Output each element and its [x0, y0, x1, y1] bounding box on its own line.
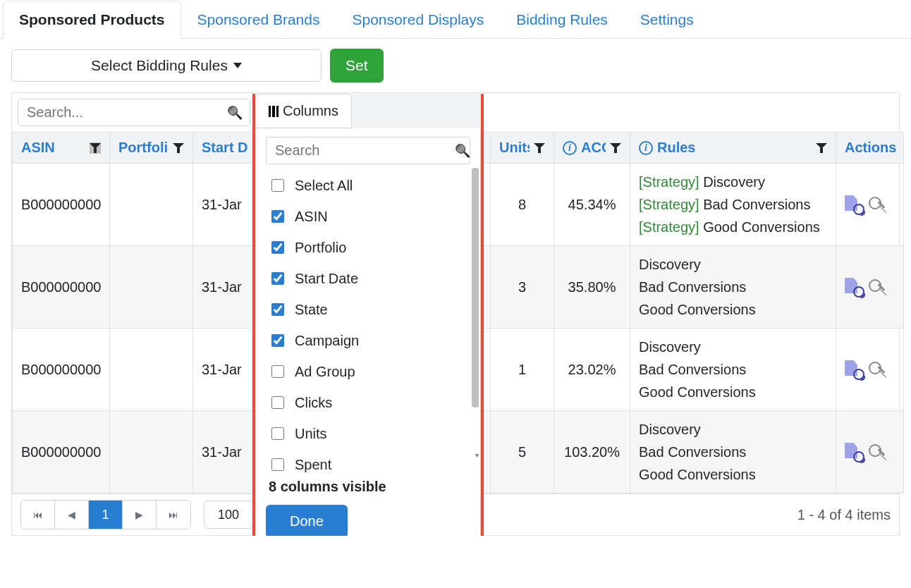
col-asin-header[interactable]: ASIN: [13, 133, 110, 164]
columns-search-wrap[interactable]: [266, 137, 470, 164]
column-option-units[interactable]: Units: [266, 418, 467, 449]
cell-actions: [836, 329, 904, 411]
cell-acos: 45.34%: [554, 164, 630, 246]
filter-icon[interactable]: [173, 142, 184, 154]
set-button[interactable]: Set: [330, 49, 384, 82]
column-option-select-all[interactable]: Select All: [266, 170, 467, 201]
column-checkbox[interactable]: [271, 179, 284, 192]
column-option-label: Ad Group: [295, 364, 355, 380]
keywords-icon[interactable]: [867, 278, 886, 296]
col-start-date-header[interactable]: Start D: [193, 133, 265, 164]
cell-units: 3: [491, 246, 554, 329]
strategy-tag: [Strategy]: [639, 219, 703, 235]
tab-bidding-rules[interactable]: Bidding Rules: [500, 1, 624, 39]
grid-search-input-wrap[interactable]: [18, 99, 250, 126]
column-option-portfolio[interactable]: Portfolio: [266, 232, 467, 263]
tab-settings[interactable]: Settings: [624, 1, 710, 39]
cell-start-date: 31-Jar: [193, 329, 265, 411]
cell-start-date: 31-Jar: [193, 246, 265, 329]
column-option-label: Clicks: [295, 395, 332, 411]
cell-acos: 103.20%: [554, 411, 630, 494]
filter-icon[interactable]: [90, 142, 101, 154]
cell-start-date: 31-Jar: [193, 411, 265, 494]
column-option-clicks[interactable]: Clicks: [266, 387, 467, 418]
column-checkbox[interactable]: [271, 241, 284, 254]
column-checkbox[interactable]: [271, 303, 284, 316]
strategy-tag: [Strategy]: [639, 197, 703, 212]
page-size-select[interactable]: 100: [204, 501, 253, 529]
columns-search-input[interactable]: [274, 142, 455, 159]
cell-asin: B000000000: [13, 411, 110, 494]
column-option-spent[interactable]: Spent: [266, 449, 467, 473]
columns-visible-count: 8 columns visible: [269, 479, 470, 495]
pager-buttons: ⏮ ◀ 1 ▶ ⏭: [20, 500, 191, 529]
column-checkbox[interactable]: [271, 365, 284, 378]
pager-next-button[interactable]: ▶: [123, 501, 157, 529]
column-option-label: Start Date: [295, 271, 358, 287]
column-option-campaign[interactable]: Campaign: [266, 325, 467, 356]
filter-icon[interactable]: [534, 142, 545, 154]
filter-icon[interactable]: [610, 142, 621, 154]
column-checkbox[interactable]: [271, 334, 284, 347]
cell-portfolio: [110, 164, 193, 246]
view-details-icon[interactable]: [845, 195, 863, 214]
tab-sponsored-products[interactable]: Sponsored Products: [3, 1, 181, 39]
column-option-label: Spent: [295, 457, 331, 473]
column-option-label: State: [295, 302, 328, 318]
column-option-start-date[interactable]: Start Date: [266, 263, 467, 294]
cell-rules: DiscoveryBad ConversionsGood Conversions: [630, 246, 836, 329]
column-checkbox[interactable]: [271, 396, 284, 409]
column-checkbox[interactable]: [271, 210, 284, 223]
cell-actions: [836, 246, 904, 329]
column-option-label: Units: [295, 426, 327, 442]
column-checkbox[interactable]: [271, 458, 284, 471]
column-checkbox[interactable]: [271, 272, 284, 285]
cell-units: 5: [491, 411, 554, 494]
scrollbar-thumb[interactable]: [472, 168, 479, 408]
pager-summary: 1 - 4 of 4 items: [797, 507, 891, 523]
pager-prev-button[interactable]: ◀: [55, 501, 89, 529]
col-actions-header: Actions: [836, 133, 904, 164]
tab-sponsored-displays[interactable]: Sponsored Displays: [336, 1, 500, 39]
toolbar: Select Bidding Rules Set: [0, 39, 911, 92]
view-details-icon[interactable]: [845, 278, 863, 296]
search-icon: [227, 105, 243, 121]
cell-portfolio: [110, 411, 193, 494]
tab-sponsored-brands[interactable]: Sponsored Brands: [181, 1, 336, 39]
view-details-icon[interactable]: [845, 360, 863, 379]
column-option-ad-group[interactable]: Ad Group: [266, 356, 467, 387]
column-checkbox[interactable]: [271, 427, 284, 440]
select-bidding-rules-dropdown[interactable]: Select Bidding Rules: [11, 49, 322, 82]
caret-down-icon: [233, 63, 242, 68]
cell-asin: B000000000: [13, 164, 110, 246]
view-details-icon[interactable]: [845, 443, 863, 461]
cell-rules: DiscoveryBad ConversionsGood Conversions: [630, 329, 836, 411]
cell-portfolio: [110, 329, 193, 411]
column-option-label: Campaign: [295, 333, 359, 349]
keywords-icon[interactable]: [867, 443, 886, 461]
cell-actions: [836, 164, 904, 246]
cell-acos: 23.02%: [554, 329, 630, 411]
columns-popover-tab[interactable]: Columns: [255, 94, 352, 128]
col-units-header[interactable]: Units: [491, 133, 554, 164]
col-acos-header[interactable]: i ACOS: [554, 133, 630, 164]
col-rules-header[interactable]: i Rules: [630, 133, 836, 164]
filter-icon[interactable]: [816, 142, 827, 154]
column-option-state[interactable]: State: [266, 294, 467, 325]
pager-first-button[interactable]: ⏮: [21, 501, 55, 529]
keywords-icon[interactable]: [867, 360, 886, 379]
done-button[interactable]: Done: [266, 505, 348, 536]
pager-last-button[interactable]: ⏭: [157, 501, 190, 529]
scroll-down-icon: ▾: [475, 451, 479, 459]
info-icon[interactable]: i: [639, 141, 653, 155]
col-portfolio-header[interactable]: Portfolio: [110, 133, 193, 164]
cell-units: 1: [491, 329, 554, 411]
keywords-icon[interactable]: [867, 195, 886, 214]
info-icon[interactable]: i: [563, 141, 577, 155]
columns-checklist[interactable]: Select AllASINPortfolioStart DateStateCa…: [266, 170, 470, 473]
column-option-asin[interactable]: ASIN: [266, 201, 467, 232]
cell-asin: B000000000: [13, 246, 110, 329]
cell-actions: [836, 411, 904, 494]
pager-page-number[interactable]: 1: [89, 501, 123, 529]
grid-search-input[interactable]: [25, 104, 227, 121]
